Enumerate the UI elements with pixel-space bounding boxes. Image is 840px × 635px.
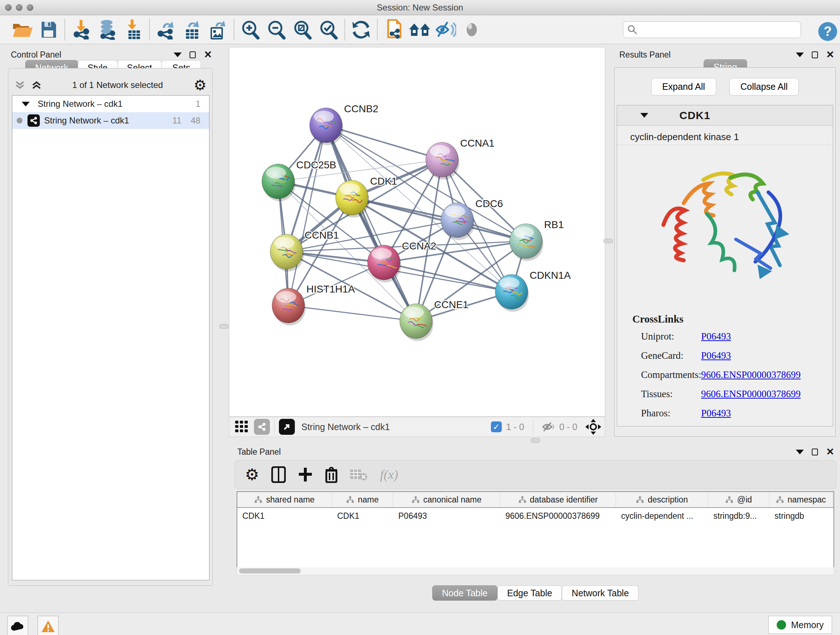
add-column-icon[interactable]: [298, 466, 313, 483]
collection-expander-icon[interactable]: [22, 102, 30, 106]
save-session-button[interactable]: [35, 18, 62, 42]
refresh-button[interactable]: [348, 18, 374, 42]
float-panel-icon[interactable]: [189, 51, 196, 58]
float-panel-icon[interactable]: [812, 448, 818, 455]
search-field[interactable]: [623, 21, 801, 38]
cell-shared-name[interactable]: CDK1: [237, 508, 332, 524]
table-options-gear-icon[interactable]: ⚙: [245, 467, 259, 483]
show-columns-icon[interactable]: [271, 466, 286, 483]
scrollbar-thumb[interactable]: [239, 568, 301, 573]
show-hide-panels-button[interactable]: [433, 18, 459, 42]
eye-button[interactable]: [459, 18, 485, 42]
vertical-splitter-handle[interactable]: [219, 324, 229, 329]
float-panel-icon[interactable]: [812, 51, 818, 58]
warnings-button[interactable]: [38, 616, 58, 635]
expand-all-networks-icon[interactable]: [32, 80, 42, 90]
network-node-CCNE1[interactable]: CCNE1: [400, 299, 469, 341]
crosslink-link[interactable]: P06493: [701, 408, 731, 419]
column-header--id[interactable]: @id: [708, 492, 769, 507]
network-view-title: String Network – cdk1: [302, 422, 390, 432]
close-panel-icon[interactable]: ✕: [826, 447, 834, 457]
collapse-all-networks-icon[interactable]: [15, 80, 25, 90]
cloud-button[interactable]: [7, 616, 28, 635]
svg-text:?: ?: [824, 24, 832, 39]
search-input[interactable]: [638, 25, 793, 35]
close-panel-icon[interactable]: ✕: [204, 50, 212, 60]
tab-network-table[interactable]: Network Table: [562, 585, 638, 600]
section-expander-icon[interactable]: [640, 113, 648, 118]
zoom-selected-button[interactable]: [316, 18, 341, 42]
column-header-namespac[interactable]: namespac: [769, 492, 833, 507]
column-header-name[interactable]: name: [332, 492, 393, 507]
cell-description[interactable]: cyclin-dependent ...: [616, 508, 708, 524]
import-table-button[interactable]: [120, 18, 146, 42]
crosslink-link[interactable]: 9606.ENSP00000378699: [701, 369, 801, 380]
selected-checkbox-icon[interactable]: ✓: [491, 421, 502, 432]
export-network-button[interactable]: [153, 18, 179, 42]
network-options-gear-icon[interactable]: ⚙: [194, 78, 207, 92]
column-header-description[interactable]: description: [616, 492, 708, 507]
collapse-all-button[interactable]: Collapse All: [729, 78, 799, 96]
cell-canonical-name[interactable]: P06493: [393, 508, 500, 524]
pan-crosshair-icon[interactable]: [585, 419, 601, 435]
collapse-panel-icon[interactable]: [796, 450, 804, 454]
cell-name[interactable]: CDK1: [332, 508, 393, 524]
home-button[interactable]: [407, 18, 433, 42]
network-canvas[interactable]: CCNB2CCNA1CDC25BCDK1CDC6RB1CCNB1CCNA2CDK…: [229, 47, 605, 417]
crosslink-link[interactable]: P06493: [701, 350, 731, 361]
table-horizontal-scrollbar[interactable]: [237, 567, 834, 575]
share-view-icon[interactable]: [254, 419, 270, 435]
network-node-RB1[interactable]: RB1: [510, 219, 564, 261]
network-row-selected[interactable]: String Network – cdk1 11 48: [12, 112, 209, 129]
horizontal-splitter-handle[interactable]: [531, 438, 540, 443]
crosslinks-section: CrossLinks Uniprot:P06493GeneCard:P06493…: [617, 308, 833, 419]
memory-button[interactable]: Memory: [768, 616, 832, 634]
cell-namespac[interactable]: stringdb: [769, 508, 833, 524]
string-network-graph[interactable]: CCNB2CCNA1CDC25BCDK1CDC6RB1CCNB1CCNA2CDK…: [229, 48, 605, 416]
hidden-eye-slash-icon[interactable]: [542, 421, 555, 432]
help-button[interactable]: ?: [815, 19, 840, 43]
column-header-database-identifier[interactable]: database identifier: [500, 492, 616, 507]
crosslink-link[interactable]: P06493: [701, 331, 731, 342]
string-import-button[interactable]: [381, 18, 407, 42]
birds-eye-view-icon[interactable]: [235, 421, 249, 433]
network-node-CDK1[interactable]: CDK1: [336, 176, 397, 218]
delete-column-icon[interactable]: [325, 466, 338, 483]
table-panel-title: Table Panel: [237, 447, 281, 457]
network-view-toolbar: String Network – cdk1 ✓ 1 - 0 0 - 0: [229, 417, 605, 437]
import-network-file-button[interactable]: [68, 18, 94, 42]
protein-section-header[interactable]: CDK1: [617, 105, 833, 126]
collapse-panel-icon[interactable]: [174, 52, 182, 57]
tab-node-table[interactable]: Node Table: [432, 585, 497, 600]
zoom-in-button[interactable]: [237, 18, 264, 42]
node-table[interactable]: shared namenamecanonical namedatabase id…: [237, 491, 834, 575]
expand-all-button[interactable]: Expand All: [651, 78, 716, 96]
column-header-canonical-name[interactable]: canonical name: [393, 492, 500, 507]
network-node-CDKN1A[interactable]: CDKN1A: [495, 270, 571, 312]
cell-database-identifier[interactable]: 9606.ENSP00000378699: [500, 508, 616, 524]
export-table-button[interactable]: [179, 18, 205, 42]
import-network-database-button[interactable]: [94, 18, 120, 42]
zoom-fit-button[interactable]: [289, 18, 316, 42]
crosslink-row: GeneCard:P06493: [632, 350, 833, 361]
open-session-button[interactable]: [9, 18, 35, 42]
network-list: String Network – cdk1 1 String Network –…: [12, 95, 210, 580]
tab-edge-table[interactable]: Edge Table: [497, 585, 562, 600]
crosslink-row: Tissues:9606.ENSP00000378699: [632, 388, 833, 400]
network-node-CDC25B[interactable]: CDC25B: [262, 159, 336, 201]
table-row[interactable]: CDK1CDK1P064939606.ENSP00000378699cyclin…: [237, 508, 834, 524]
open-in-window-icon[interactable]: [279, 419, 295, 435]
crosslink-link[interactable]: 9606.ENSP00000378699: [701, 388, 801, 400]
export-image-button[interactable]: [205, 18, 231, 42]
zoom-out-button[interactable]: [264, 18, 289, 42]
cell--id[interactable]: stringdb:9...: [708, 508, 769, 524]
delete-table-icon[interactable]: [350, 468, 368, 481]
network-node-HIST1H1A[interactable]: HIST1H1A: [272, 283, 355, 325]
network-node-CCNA1[interactable]: CCNA1: [426, 138, 494, 180]
network-collection-row[interactable]: String Network – cdk1 1: [12, 96, 209, 112]
column-header-shared-name[interactable]: shared name: [237, 492, 332, 507]
close-panel-icon[interactable]: ✕: [826, 50, 834, 60]
collapse-panel-icon[interactable]: [796, 52, 804, 57]
function-builder-icon[interactable]: f(x): [380, 467, 398, 482]
column-type-icon: [725, 496, 733, 503]
